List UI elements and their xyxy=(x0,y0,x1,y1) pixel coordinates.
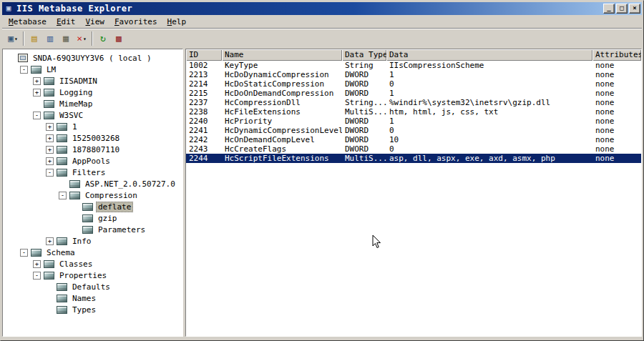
table-row[interactable]: 2213HcDoDynamicCompressionDWORD1none xyxy=(186,70,641,79)
list-header: IDNameData TypeDataAttributes xyxy=(186,49,641,61)
tree-item-filters[interactable]: -Filters xyxy=(3,167,182,178)
collapse-toggle[interactable]: - xyxy=(20,66,28,74)
tree-item-parameters[interactable]: Parameters xyxy=(3,224,182,235)
metabase-key-icon xyxy=(44,260,54,268)
copy-button[interactable]: ▥ xyxy=(42,31,58,46)
table-row[interactable]: 2214HcDoStaticCompressionDWORD0none xyxy=(186,79,641,89)
connect-button[interactable]: ▣▾ xyxy=(5,31,21,46)
column-header-data[interactable]: Data xyxy=(386,49,592,61)
collapse-toggle[interactable]: - xyxy=(20,249,28,257)
hierarchy-button[interactable]: ▩ xyxy=(111,31,127,46)
expand-toggle[interactable]: + xyxy=(46,123,54,131)
new-key-button[interactable]: ▤ xyxy=(26,31,42,46)
tree-item-label: Properties xyxy=(57,270,109,281)
cell: IIsCompressionScheme xyxy=(386,61,592,70)
expand-toggle[interactable]: + xyxy=(33,77,41,85)
tree-item-gzip[interactable]: gzip xyxy=(3,212,182,224)
tree-item-lm[interactable]: -LM xyxy=(3,64,182,75)
menu-help[interactable]: Help xyxy=(162,15,192,29)
metabase-key-icon xyxy=(57,283,67,291)
delete-button[interactable]: ×▾ xyxy=(74,31,89,46)
tree-item-1878807110[interactable]: +1878807110 xyxy=(3,144,182,155)
table-row[interactable]: 2244HcScriptFileExtensionsMultiS...asp, … xyxy=(186,154,641,163)
collapse-toggle[interactable]: - xyxy=(33,272,41,280)
expand-toggle[interactable]: + xyxy=(46,237,54,245)
window-title: IIS Metabase Explorer xyxy=(16,4,603,14)
tree-item-label: deflate xyxy=(96,202,133,212)
column-header-id[interactable]: ID xyxy=(186,49,222,61)
tree-item-asp-net-2-0-50727-0[interactable]: ASP.NET_2.0.50727.0 xyxy=(3,178,182,189)
table-row[interactable]: 2237HcCompressionDllString...%windir%\sy… xyxy=(186,98,641,107)
collapse-toggle[interactable]: - xyxy=(33,112,41,119)
cell: MultiS... xyxy=(342,107,386,117)
cell: 0 xyxy=(386,144,592,154)
toolbar-separator xyxy=(23,31,24,46)
expand-toggle[interactable]: + xyxy=(33,260,41,268)
tree-item-properties[interactable]: -Properties xyxy=(3,270,182,281)
cell: 0 xyxy=(386,79,592,89)
menu-favorites[interactable]: Favorites xyxy=(109,15,162,29)
tree-item-names[interactable]: Names xyxy=(3,292,182,304)
cell: 1 xyxy=(386,89,592,98)
tree-item-classes[interactable]: +Classes xyxy=(3,258,182,270)
table-row[interactable]: 2240HcPriorityDWORD1none xyxy=(186,117,641,126)
cell: 0 xyxy=(386,126,592,135)
table-row[interactable]: 2242HcOnDemandCompLevelDWORD10none xyxy=(186,135,641,144)
refresh-button[interactable]: ↻ xyxy=(95,31,111,46)
tree-item-1[interactable]: +1 xyxy=(3,121,182,132)
tree-item-info[interactable]: +Info xyxy=(3,235,182,247)
menu-metabase[interactable]: Metabase xyxy=(4,15,52,29)
tree-item-schema[interactable]: -Schema xyxy=(3,247,182,258)
cell: 2237 xyxy=(186,98,222,107)
tree-item-compression[interactable]: -Compression xyxy=(3,189,182,201)
cell: DWORD xyxy=(342,126,386,135)
cell: 2242 xyxy=(186,135,222,144)
menu-view[interactable]: View xyxy=(80,15,109,29)
expand-toggle[interactable]: + xyxy=(46,146,54,154)
table-row[interactable]: 2243HcCreateFlagsDWORD0none xyxy=(186,144,641,154)
tree-item-w3svc[interactable]: -W3SVC xyxy=(3,109,182,121)
tree-item-logging[interactable]: +Logging xyxy=(3,87,182,98)
column-header-attributes[interactable]: Attributes xyxy=(592,49,641,61)
tree-item-1525003268[interactable]: +1525003268 xyxy=(3,132,182,144)
table-row[interactable]: 2238HcFileExtensionsMultiS...htm, html, … xyxy=(186,107,641,117)
tree-item-iisadmin[interactable]: +IISADMIN xyxy=(3,75,182,87)
cell: HcDoOnDemandCompression xyxy=(222,89,342,98)
column-header-data-type[interactable]: Data Type xyxy=(342,49,386,61)
cell: DWORD xyxy=(342,79,386,89)
cell: HcFileExtensions xyxy=(222,107,342,117)
tree-item-types[interactable]: Types xyxy=(3,304,182,315)
close-button[interactable]: × xyxy=(629,4,640,14)
collapse-toggle[interactable]: - xyxy=(59,192,67,199)
metabase-key-icon xyxy=(57,306,67,314)
metabase-key-icon xyxy=(57,295,67,302)
cell: none xyxy=(592,89,641,98)
expand-toggle[interactable]: + xyxy=(46,157,54,165)
minimize-button[interactable]: _ xyxy=(603,4,615,14)
metabase-key-icon xyxy=(44,100,54,108)
tree-item-label: Info xyxy=(70,236,94,247)
expand-toggle[interactable]: + xyxy=(33,89,41,97)
tree-item-apppools[interactable]: +AppPools xyxy=(3,155,182,167)
tree-item-defaults[interactable]: Defaults xyxy=(3,281,182,292)
collapse-toggle[interactable]: - xyxy=(46,169,54,177)
tree-item-snda-69q3uyy3v6-local[interactable]: SNDA-69Q3UYY3V6 ( local ) xyxy=(3,52,182,64)
cell: String... xyxy=(342,98,386,107)
table-row[interactable]: 2215HcDoOnDemandCompressionDWORD1none xyxy=(186,89,641,98)
tree-item-mimemap[interactable]: MimeMap xyxy=(3,98,182,109)
maximize-button[interactable]: □ xyxy=(616,4,628,14)
paste-button[interactable]: ▦ xyxy=(58,31,74,46)
tree-item-label: 1525003268 xyxy=(70,133,122,144)
table-row[interactable]: 2241HcDynamicCompressionLevelDWORD0none xyxy=(186,126,641,135)
cell: HcScriptFileExtensions xyxy=(222,154,342,163)
tree-item-deflate[interactable]: deflate xyxy=(3,201,182,212)
cell: DWORD xyxy=(342,70,386,79)
column-header-name[interactable]: Name xyxy=(222,49,342,61)
menu-edit[interactable]: Edit xyxy=(52,15,81,29)
expand-toggle[interactable]: + xyxy=(46,134,54,142)
tree-item-label: Compression xyxy=(83,190,140,201)
cell: none xyxy=(592,117,641,126)
metabase-key-icon xyxy=(57,237,67,245)
hierarchy-icon: ▩ xyxy=(116,31,122,46)
table-row[interactable]: 1002KeyTypeStringIIsCompressionSchemenon… xyxy=(186,61,641,70)
